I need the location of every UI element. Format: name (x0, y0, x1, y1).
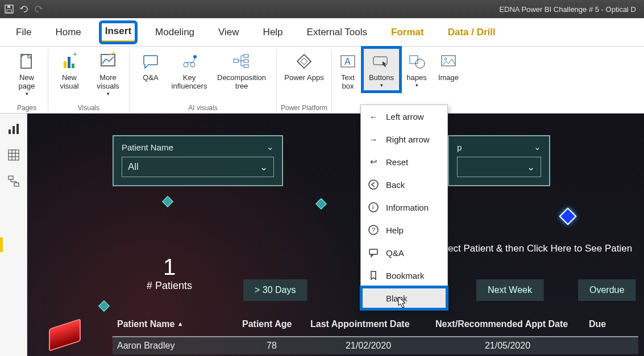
slicer-partial[interactable]: p⌄ ⌄ (448, 135, 550, 186)
chevron-down-icon: ⌄ (267, 142, 274, 152)
left-arrow-icon: ← (368, 111, 379, 122)
svg-rect-27 (13, 126, 15, 134)
image-button[interactable]: Image (434, 49, 463, 85)
buttons-button[interactable]: Buttons ▾ (364, 49, 399, 90)
menu-item-right-arrow[interactable]: →Right arrow (361, 128, 447, 150)
model-view-icon[interactable] (7, 175, 20, 187)
menu-item-left-arrow[interactable]: ←Left arrow (361, 105, 447, 128)
menu-item-back[interactable]: Back (361, 173, 447, 196)
new-visual-button[interactable]: + New visual (52, 49, 87, 93)
menu-item-reset[interactable]: ↩Reset (361, 150, 447, 173)
tab-data-drill[interactable]: Data / Drill (443, 23, 500, 41)
speech-bubble-icon (368, 247, 379, 258)
chip-next-week[interactable]: Next Week (476, 279, 544, 301)
report-view-icon[interactable] (7, 123, 20, 135)
chevron-down-icon: ⌄ (527, 161, 535, 173)
ribbon: + New page ▾ Pages + New visual More vis… (0, 47, 644, 114)
save-icon[interactable] (5, 5, 14, 14)
qa-button[interactable]: Q&A (133, 49, 168, 85)
sort-asc-icon: ▲ (177, 320, 184, 327)
svg-text:A: A (344, 57, 351, 66)
slicer-label: Patient Name (122, 143, 173, 152)
chart-icon: + (59, 51, 80, 72)
tab-home[interactable]: Home (51, 23, 85, 41)
slicer-patient-name[interactable]: Patient Name⌄ All ⌄ (113, 135, 283, 186)
menu-item-qa[interactable]: Q&A (361, 241, 447, 264)
svg-text:i: i (372, 204, 373, 211)
filter-chips: Next Week Overdue (476, 279, 636, 301)
svg-rect-29 (9, 150, 19, 160)
report-canvas[interactable]: Patient Name⌄ All ⌄ p⌄ ⌄ 1 # Patients ec… (27, 114, 644, 356)
group-pages-label: Pages (17, 103, 36, 112)
decomposition-tree-button[interactable]: Decomposition tree (210, 49, 273, 93)
button-icon (371, 51, 392, 72)
chip-overdue[interactable]: Overdue (578, 279, 636, 301)
slicer-dropdown[interactable]: All ⌄ (122, 157, 274, 177)
power-apps-icon (294, 51, 314, 72)
buttons-dropdown-menu: ←Left arrow →Right arrow ↩Reset Back iIn… (360, 104, 448, 310)
menu-item-help[interactable]: ?Help (361, 219, 447, 241)
decorative-diamond (559, 207, 576, 225)
svg-rect-6 (68, 57, 70, 68)
tab-modeling[interactable]: Modeling (151, 23, 199, 41)
workspace: Patient Name⌄ All ⌄ p⌄ ⌄ 1 # Patients ec… (0, 114, 644, 356)
tree-icon (231, 51, 252, 72)
tab-help[interactable]: Help (259, 23, 288, 41)
shapes-icon (406, 51, 427, 72)
svg-rect-5 (64, 61, 67, 68)
new-page-button[interactable]: + New page ▾ (9, 49, 44, 99)
shapes-button[interactable]: hapes ▾ (402, 49, 431, 90)
svg-rect-2 (7, 6, 10, 8)
table-header: Patient Name ▲ Patient Age Last Appointm… (113, 316, 638, 337)
tab-external-tools[interactable]: External Tools (302, 23, 372, 41)
data-view-icon[interactable] (7, 149, 20, 161)
menu-item-information[interactable]: iInformation (361, 196, 447, 219)
svg-point-12 (193, 55, 197, 58)
kpi-caption: # Patients (147, 280, 192, 292)
patients-table[interactable]: Patient Name ▲ Patient Age Last Appointm… (113, 316, 638, 354)
tab-view[interactable]: View (214, 23, 244, 41)
tab-file[interactable]: File (11, 23, 36, 41)
kpi-patients: 1 # Patients (147, 254, 192, 292)
svg-rect-17 (244, 60, 248, 62)
svg-rect-41 (369, 249, 377, 254)
kpi-value: 1 (147, 254, 192, 280)
text-box-button[interactable]: A Text box (335, 49, 360, 93)
blank-icon (368, 292, 379, 304)
menu-item-bookmark[interactable]: Bookmark (361, 264, 447, 287)
title-bar: EDNA Power BI Challenge # 5 - Optical D (0, 0, 644, 18)
redo-icon[interactable] (34, 5, 43, 14)
info-banner[interactable]: ect Patient & then Click Here to See Pat… (448, 243, 632, 254)
svg-line-14 (193, 58, 195, 62)
svg-rect-35 (14, 183, 19, 186)
svg-rect-28 (16, 124, 19, 134)
new-page-icon: + (16, 51, 37, 72)
decorative-diamond (162, 196, 173, 207)
power-apps-button[interactable]: Power Apps (280, 49, 328, 85)
svg-rect-15 (234, 59, 238, 62)
more-visuals-button[interactable]: More visuals ▾ (90, 49, 126, 99)
table-row[interactable]: Aaron Bradley 78 21/02/2020 21/05/2020 (113, 337, 638, 354)
svg-text:+: + (20, 52, 24, 60)
svg-rect-18 (244, 65, 248, 68)
chevron-down-icon: ▾ (26, 91, 28, 97)
slicer-dropdown[interactable]: ⌄ (457, 157, 541, 177)
svg-rect-16 (244, 55, 248, 57)
decorative-cube (49, 319, 81, 351)
key-influencers-button[interactable]: Key influencers (172, 49, 207, 93)
group-ai-label: AI visuals (188, 103, 217, 112)
tab-insert[interactable]: Insert (101, 22, 136, 43)
decorative-diamond (98, 300, 110, 312)
chip-30days[interactable]: > 30 Days (243, 279, 308, 301)
group-visuals-label: Visuals (78, 103, 99, 112)
svg-point-11 (190, 62, 195, 67)
view-switcher (0, 114, 27, 356)
mouse-cursor (398, 296, 407, 309)
undo-icon[interactable] (19, 5, 28, 14)
tab-format[interactable]: Format (387, 23, 429, 41)
chevron-down-icon: ▾ (107, 91, 110, 97)
svg-text:?: ? (372, 227, 375, 233)
svg-rect-22 (410, 56, 418, 64)
chevron-down-icon: ⌄ (260, 161, 268, 173)
svg-rect-26 (9, 129, 11, 134)
